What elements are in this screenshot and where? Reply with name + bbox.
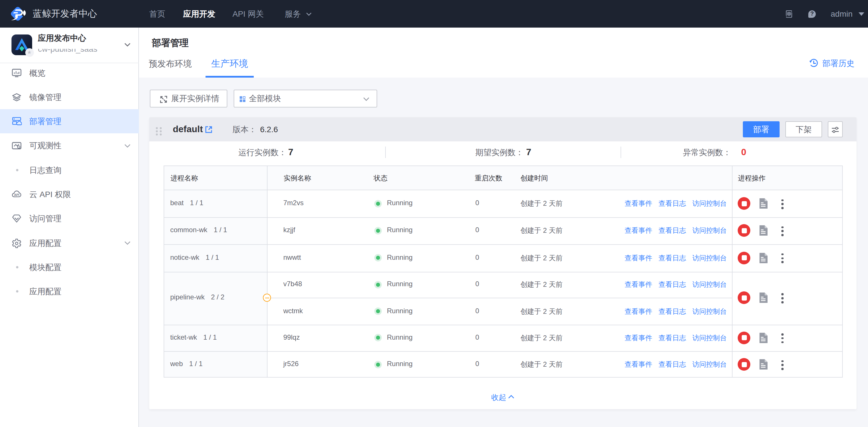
svg-text:API: API [14,193,19,197]
